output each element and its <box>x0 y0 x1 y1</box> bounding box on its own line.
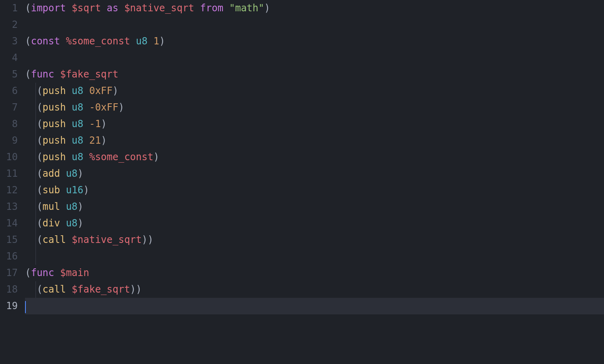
code-line[interactable]: (push u8 %some_const) <box>25 149 604 165</box>
token: ( <box>25 69 31 80</box>
token: "math" <box>229 2 264 14</box>
code-line[interactable]: (push u8 -0xFF) <box>25 99 604 116</box>
line-number: 16 <box>0 248 18 265</box>
token <box>84 102 89 113</box>
line-number: 17 <box>0 265 18 281</box>
code-line[interactable]: (mul u8) <box>25 199 604 215</box>
token <box>25 184 37 196</box>
token <box>84 151 89 163</box>
code-line[interactable]: (add u8) <box>25 165 604 182</box>
token <box>25 135 37 146</box>
indent-guide <box>36 99 36 116</box>
token <box>60 168 66 179</box>
token: ( <box>37 284 42 295</box>
token <box>25 85 37 96</box>
token <box>60 184 66 196</box>
code-line[interactable] <box>25 17 604 33</box>
token: u8 <box>66 201 78 212</box>
token: -1 <box>89 118 101 130</box>
line-number: 7 <box>0 99 18 116</box>
code-line[interactable]: (import $sqrt as $native_sqrt from "math… <box>25 0 604 17</box>
token: ( <box>37 151 42 163</box>
indent-guide <box>36 116 36 132</box>
token: ) <box>153 151 159 163</box>
line-number: 15 <box>0 232 18 248</box>
token: $native_sqrt <box>72 234 142 245</box>
token <box>66 2 71 14</box>
token <box>25 218 37 229</box>
line-number: 1 <box>0 0 18 17</box>
token: ) <box>101 135 107 146</box>
token: ) <box>159 36 165 47</box>
code-line[interactable] <box>25 298 604 314</box>
token <box>130 36 136 47</box>
code-editor[interactable]: 12345678910111213141516171819 (import $s… <box>0 0 604 364</box>
token: ( <box>25 2 31 14</box>
token: u8 <box>72 151 84 163</box>
token: 1 <box>153 36 159 47</box>
token: u16 <box>66 184 83 196</box>
token: u8 <box>72 102 84 113</box>
line-number: 8 <box>0 116 18 132</box>
code-area[interactable]: (import $sqrt as $native_sqrt from "math… <box>25 0 604 364</box>
code-line[interactable]: (push u8 0xFF) <box>25 83 604 99</box>
token: ( <box>37 184 42 196</box>
token: ( <box>25 36 31 47</box>
code-line[interactable]: (func $fake_sqrt <box>25 66 604 83</box>
token: $fake_sqrt <box>60 69 119 80</box>
line-number: 2 <box>0 17 18 33</box>
indent-guide <box>36 165 36 182</box>
token <box>147 36 153 47</box>
token: ( <box>37 168 42 179</box>
token: func <box>31 69 54 80</box>
token <box>60 36 66 47</box>
token <box>101 2 107 14</box>
token: push <box>42 135 66 146</box>
token: %some_const <box>89 151 153 163</box>
token: ) <box>78 218 83 229</box>
code-line[interactable]: (push u8 21) <box>25 132 604 149</box>
token: sub <box>42 184 60 196</box>
indent-guide <box>36 83 36 99</box>
indent-guide <box>36 281 36 298</box>
code-line[interactable]: (sub u16) <box>25 182 604 199</box>
token: u8 <box>66 168 78 179</box>
token <box>66 102 71 113</box>
line-number-gutter: 12345678910111213141516171819 <box>0 0 25 364</box>
indent-guide <box>36 199 36 215</box>
indent-guide <box>36 248 36 265</box>
code-line[interactable] <box>25 248 604 265</box>
code-line[interactable]: (call $fake_sqrt)) <box>25 281 604 298</box>
code-line[interactable]: (push u8 -1) <box>25 116 604 132</box>
token <box>223 2 229 14</box>
code-line[interactable]: (func $main <box>25 265 604 281</box>
token: ) <box>78 168 83 179</box>
token: func <box>31 267 54 278</box>
token: u8 <box>66 218 78 229</box>
token: ( <box>37 118 42 130</box>
token: ( <box>37 234 42 245</box>
code-line[interactable]: (div u8) <box>25 215 604 232</box>
token <box>84 135 89 146</box>
token <box>54 267 60 278</box>
indent-guide <box>36 215 36 232</box>
token <box>84 85 89 96</box>
code-line[interactable]: (const %some_const u8 1) <box>25 33 604 50</box>
text-cursor <box>25 301 26 313</box>
token: 21 <box>89 135 101 146</box>
token: $sqrt <box>72 2 101 14</box>
token <box>66 85 71 96</box>
token: $native_sqrt <box>124 2 194 14</box>
token <box>25 168 37 179</box>
token <box>66 118 71 130</box>
line-number: 12 <box>0 182 18 199</box>
token <box>60 201 66 212</box>
code-line[interactable] <box>25 50 604 66</box>
code-line[interactable]: (call $native_sqrt)) <box>25 232 604 248</box>
line-number: 3 <box>0 33 18 50</box>
token <box>66 135 71 146</box>
token: ( <box>37 102 42 113</box>
token: -0xFF <box>89 102 118 113</box>
token: u8 <box>136 36 148 47</box>
token <box>25 118 37 130</box>
